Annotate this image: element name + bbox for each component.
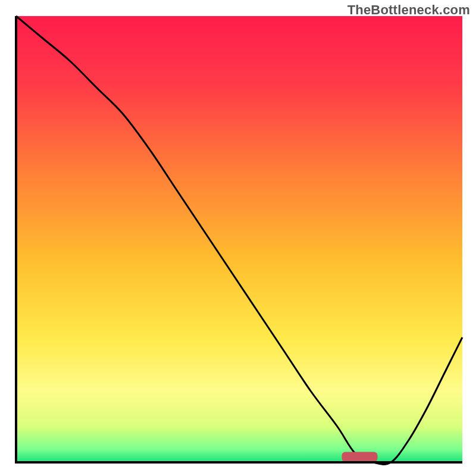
optimal-marker — [342, 452, 378, 462]
chart-svg — [0, 0, 476, 476]
plot-area — [16, 16, 462, 464]
bottleneck-chart: TheBottleneck.com — [0, 0, 476, 476]
watermark-label: TheBottleneck.com — [347, 2, 470, 18]
gradient-background — [16, 16, 462, 462]
